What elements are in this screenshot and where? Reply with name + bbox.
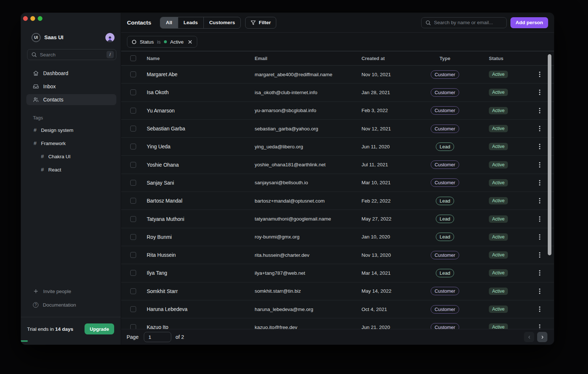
sidebar-item-contacts[interactable]: Contacts xyxy=(26,94,116,105)
select-all-checkbox[interactable] xyxy=(130,55,136,61)
row-checkbox[interactable] xyxy=(130,144,136,149)
row-menu-button[interactable] xyxy=(536,215,543,223)
contacts-search-input[interactable] xyxy=(434,20,503,25)
row-checkbox[interactable] xyxy=(130,324,136,329)
row-menu-button[interactable] xyxy=(536,196,543,205)
tag-item-chakra-ui[interactable]: # Chakra UI xyxy=(26,152,116,161)
row-menu-button[interactable] xyxy=(536,142,543,151)
row-checkbox[interactable] xyxy=(130,162,136,168)
workspace-header: UI Saas UI xyxy=(31,33,115,42)
table-row[interactable]: Margaret Abe margaret_abe400@rediffmail.… xyxy=(121,66,554,84)
table-row[interactable]: Ying Ueda ying_ueda@libero.org Jun 11, 2… xyxy=(121,138,554,156)
column-header-email: Email xyxy=(255,56,362,61)
upgrade-button[interactable]: Upgrade xyxy=(85,323,114,334)
table-row[interactable]: Bartosz Mandal bartosz+mandal@optusnet.c… xyxy=(121,192,554,210)
row-checkbox[interactable] xyxy=(130,288,136,294)
row-checkbox[interactable] xyxy=(130,252,136,258)
type-badge: Customer xyxy=(431,178,459,187)
row-menu-button[interactable] xyxy=(536,269,543,277)
minimize-window-button[interactable] xyxy=(30,16,35,21)
type-badge: Customer xyxy=(431,305,459,314)
table-scrollbar-thumb[interactable] xyxy=(548,54,551,255)
invite-people-link[interactable]: Invite people xyxy=(26,287,116,296)
tag-item-design-system[interactable]: # Design system xyxy=(26,126,116,134)
row-checkbox[interactable] xyxy=(130,71,136,77)
row-menu-button[interactable] xyxy=(536,160,543,169)
table-row[interactable]: Isa Okoth isa_okoth@club-internet.info J… xyxy=(121,84,554,101)
table-row[interactable]: Sebastian Garba sebastian_garba@yahoo.or… xyxy=(121,120,554,138)
row-menu-button[interactable] xyxy=(536,287,543,296)
row-menu-button[interactable] xyxy=(536,233,543,241)
type-badge: Lead xyxy=(436,269,454,277)
status-badge: Active xyxy=(489,306,508,313)
contact-email: sanjaysani@bellsouth.io xyxy=(255,180,362,185)
row-checkbox[interactable] xyxy=(130,89,136,95)
table-row[interactable]: Tatyana Muthoni tatyanamuthoni@googlemai… xyxy=(121,210,554,228)
contact-name: Somkhit Starr xyxy=(147,288,255,294)
table-row[interactable]: Ilya Tang ilya+tang787@web.net Mar 14, 2… xyxy=(121,264,554,282)
help-circle-icon: ? xyxy=(33,302,38,308)
table-row[interactable]: Yu Arnarson yu-arnarson@sbcglobal.info F… xyxy=(121,102,554,120)
table-row[interactable]: Roy Bunmi roy-bunmi@gmx.org Jan 10, 2020… xyxy=(121,228,554,246)
contact-created-at: Nov 10, 2021 xyxy=(362,72,410,77)
tab-leads[interactable]: Leads xyxy=(178,17,203,28)
row-menu-button[interactable] xyxy=(536,88,543,97)
previous-page-button[interactable] xyxy=(524,332,534,342)
documentation-link[interactable]: ? Documentation xyxy=(26,300,116,309)
contact-created-at: Mar 10, 2021 xyxy=(362,180,410,185)
row-checkbox[interactable] xyxy=(130,180,136,186)
sidebar-search-input[interactable] xyxy=(40,52,104,58)
tag-item-framework[interactable]: # Framework xyxy=(26,139,116,148)
table-row[interactable]: Yoshie Ohana yoshie_ohana181@earthlink.n… xyxy=(121,156,554,174)
tag-item-react[interactable]: # React xyxy=(26,165,116,174)
row-checkbox[interactable] xyxy=(130,234,136,240)
sidebar-item-inbox[interactable]: Inbox xyxy=(26,81,116,92)
table-row[interactable]: Sanjay Sani sanjaysani@bellsouth.io Mar … xyxy=(121,174,554,192)
filter-button[interactable]: Filter xyxy=(245,17,276,29)
chip-value: Active xyxy=(170,39,184,45)
add-person-button[interactable]: Add person xyxy=(510,17,548,28)
row-menu-button[interactable] xyxy=(536,106,543,115)
row-checkbox[interactable] xyxy=(130,306,136,312)
table-row[interactable]: Rita Hussein rita.hussein@charter.dev No… xyxy=(121,246,554,264)
close-window-button[interactable] xyxy=(23,16,28,21)
contact-created-at: Feb 3, 2022 xyxy=(362,108,410,113)
contact-created-at: Jan 28, 2021 xyxy=(362,90,410,95)
table-row[interactable]: Somkhit Starr somkhit.starr@tin.biz May … xyxy=(121,282,554,300)
contact-email: yoshie_ohana181@earthlink.net xyxy=(255,162,362,167)
hash-icon: # xyxy=(33,140,37,146)
row-checkbox[interactable] xyxy=(130,198,136,204)
row-menu-button[interactable] xyxy=(536,251,543,259)
sidebar-search[interactable]: / xyxy=(27,49,116,60)
tag-label: Design system xyxy=(41,127,74,133)
contact-created-at: May 14, 2022 xyxy=(362,288,410,294)
remove-filter-button[interactable] xyxy=(188,40,192,44)
next-page-button[interactable] xyxy=(537,332,547,342)
row-menu-button[interactable] xyxy=(536,70,543,79)
row-checkbox[interactable] xyxy=(130,270,136,276)
table-body: Margaret Abe margaret_abe400@rediffmail.… xyxy=(121,66,554,329)
sidebar-item-dashboard[interactable]: Dashboard xyxy=(26,68,116,79)
table-row[interactable]: Haruna Lebedeva haruna_lebedeva@me.org O… xyxy=(121,300,554,318)
zoom-window-button[interactable] xyxy=(38,16,42,21)
contact-email: sebastian_garba@yahoo.org xyxy=(255,126,362,132)
row-menu-button[interactable] xyxy=(536,124,543,133)
row-checkbox[interactable] xyxy=(130,126,136,132)
contact-created-at: Mar 14, 2021 xyxy=(362,270,410,276)
row-menu-button[interactable] xyxy=(536,323,543,329)
row-checkbox[interactable] xyxy=(130,216,136,222)
kebab-menu-icon xyxy=(539,288,540,294)
tab-customers[interactable]: Customers xyxy=(203,17,241,28)
row-checkbox[interactable] xyxy=(130,108,136,114)
contacts-search[interactable] xyxy=(421,17,507,28)
status-badge: Active xyxy=(489,179,508,186)
row-menu-button[interactable] xyxy=(536,305,543,314)
user-avatar[interactable] xyxy=(105,33,115,42)
status-badge: Active xyxy=(489,143,508,150)
contact-name: Sanjay Sani xyxy=(147,180,255,186)
page-number-input[interactable] xyxy=(144,332,171,342)
row-menu-button[interactable] xyxy=(536,178,543,187)
table-row[interactable]: Kazuo Ito kazuo.ito@free.dev Jun 21, 202… xyxy=(121,318,554,329)
tab-all[interactable]: All xyxy=(160,17,177,28)
chevron-left-icon xyxy=(527,335,532,340)
